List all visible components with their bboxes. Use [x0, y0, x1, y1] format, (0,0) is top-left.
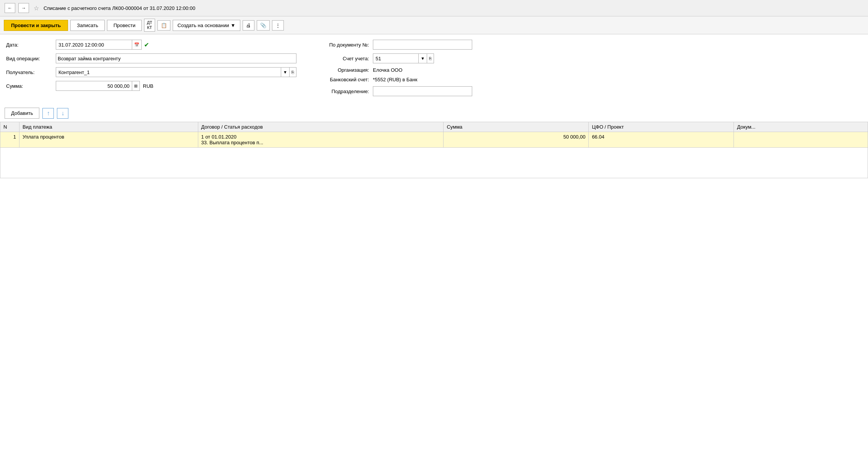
org-label: Организация: — [308, 67, 373, 73]
cell-tsfo: 66.04 — [589, 132, 734, 148]
empty-row — [0, 148, 868, 178]
currency-label: RUB — [143, 83, 153, 89]
page-title: Списание с расчетного счета ЛК00-000004 … — [44, 5, 195, 11]
recipient-label: Получатель: — [6, 69, 56, 75]
print-button[interactable]: 🖨 — [243, 20, 254, 31]
org-row: Организация: Елочка ООО — [308, 67, 862, 73]
recipient-open-icon[interactable]: ⎘ — [290, 67, 296, 77]
message-button[interactable]: 📋 — [157, 20, 170, 31]
recipient-row: Получатель: ▼ ⎘ — [6, 67, 296, 77]
post-button[interactable]: Провести — [107, 20, 142, 31]
message-icon: 📋 — [161, 23, 167, 28]
form-area: Дата: 📅 ✔ Вид операции: Возврат займа ко… — [0, 34, 868, 103]
date-label: Дата: — [6, 42, 56, 48]
col-header-summa: Сумма — [444, 122, 589, 132]
more-icon: ⋮ — [275, 23, 280, 28]
toolbar: Провести и закрыть Записать Провести ДТК… — [0, 16, 868, 34]
create-based-arrow-icon: ▼ — [230, 23, 235, 28]
create-based-button[interactable]: Создать на основании ▼ — [173, 20, 241, 31]
account-input[interactable] — [373, 53, 419, 63]
date-input[interactable] — [56, 40, 132, 50]
forward-button[interactable]: → — [18, 3, 29, 13]
doc-num-input[interactable] — [373, 40, 472, 50]
title-bar: ← → ☆ Списание с расчетного счета ЛК00-0… — [0, 0, 868, 16]
add-button[interactable]: Добавить — [5, 108, 39, 119]
calc-icon[interactable]: ⊞ — [132, 81, 140, 91]
doc-num-label: По документу №: — [308, 42, 373, 48]
sum-input[interactable] — [56, 81, 132, 91]
create-based-label: Создать на основании — [178, 23, 229, 28]
dogovor-line1: 1 от 01.01.2020 — [201, 134, 440, 140]
account-open-icon[interactable]: ⎘ — [427, 53, 434, 63]
division-input[interactable] — [373, 86, 472, 96]
recipient-input[interactable] — [56, 67, 281, 77]
dogovor-line2: 33. Выплата процентов п... — [201, 140, 440, 145]
table-toolbar: Добавить ↑ ↓ — [0, 105, 868, 122]
cell-dokum — [734, 132, 868, 148]
check-icon: ✔ — [144, 41, 149, 48]
col-header-dogovor: Договор / Статья расходов — [198, 122, 444, 132]
bank-account-value: *5552 (RUB) в Банк — [373, 77, 417, 82]
back-button[interactable]: ← — [5, 3, 15, 13]
doc-num-row: По документу №: — [308, 40, 862, 50]
recipient-dropdown-icon[interactable]: ▼ — [281, 67, 290, 77]
col-header-tsfo: ЦФО / Проект — [589, 122, 734, 132]
op-type-label: Вид операции: — [6, 56, 56, 61]
bank-account-label: Банковский счет: — [308, 77, 373, 82]
save-button[interactable]: Записать — [70, 20, 105, 31]
calendar-icon[interactable]: 📅 — [132, 40, 142, 50]
division-row: Подразделение: — [308, 86, 862, 96]
col-header-vid: Вид платежа — [19, 122, 198, 132]
col-header-dokum: Докум... — [734, 122, 868, 132]
favorite-icon[interactable]: ☆ — [34, 5, 39, 12]
bank-account-row: Банковский счет: *5552 (RUB) в Банк — [308, 77, 862, 82]
cell-summa: 50 000,00 — [444, 132, 589, 148]
table-row[interactable]: 1 Уплата процентов 1 от 01.01.2020 33. В… — [0, 132, 868, 148]
org-value: Елочка ООО — [373, 67, 402, 73]
sum-label: Сумма: — [6, 83, 56, 89]
cell-dogovor: 1 от 01.01.2020 33. Выплата процентов п.… — [198, 132, 444, 148]
paperclip-icon: 📎 — [260, 23, 266, 28]
op-type-row: Вид операции: Возврат займа контрагенту — [6, 53, 296, 63]
move-down-button[interactable]: ↓ — [57, 108, 68, 119]
date-row: Дата: 📅 ✔ — [6, 40, 296, 50]
account-dropdown-icon[interactable]: ▼ — [419, 53, 427, 63]
op-type-select[interactable]: Возврат займа контрагенту — [56, 53, 296, 63]
cell-vid: Уплата процентов — [19, 132, 198, 148]
print-icon: 🖨 — [246, 23, 251, 28]
cell-n: 1 — [0, 132, 19, 148]
col-header-n: N — [0, 122, 19, 132]
dtkt-button[interactable]: ДТКТ — [144, 19, 155, 32]
division-label: Подразделение: — [308, 89, 373, 94]
more-button[interactable]: ⋮ — [272, 20, 284, 31]
attach-button[interactable]: 📎 — [257, 20, 270, 31]
table-row-empty — [0, 148, 868, 178]
move-up-button[interactable]: ↑ — [42, 108, 54, 119]
account-row: Счет учета: ▼ ⎘ — [308, 53, 862, 63]
account-label: Счет учета: — [308, 56, 373, 61]
data-table: N Вид платежа Договор / Статья расходов … — [0, 122, 868, 178]
sum-row: Сумма: ⊞ RUB — [6, 81, 296, 91]
post-and-close-button[interactable]: Провести и закрыть — [4, 20, 68, 31]
